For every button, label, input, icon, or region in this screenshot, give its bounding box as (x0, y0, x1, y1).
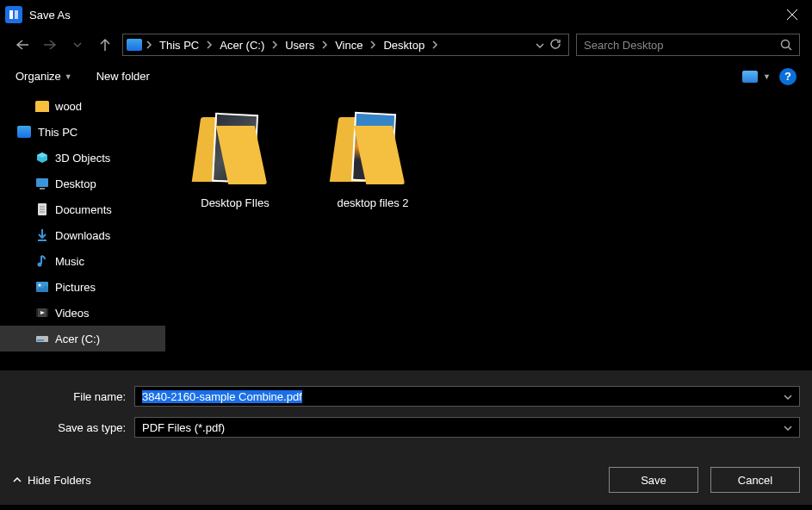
tree-item-pictures[interactable]: Pictures (0, 274, 165, 300)
breadcrumb-item[interactable]: Vince (330, 39, 368, 52)
chevron-down-icon: ▼ (65, 72, 72, 81)
folder-icon (196, 110, 274, 188)
close-button[interactable] (772, 0, 812, 29)
folder-icon (34, 99, 50, 113)
search-input[interactable] (584, 39, 780, 52)
folder-label: Desktop FIles (201, 196, 269, 209)
chevron-down-icon: ▼ (763, 72, 771, 81)
recent-dropdown[interactable] (67, 34, 88, 55)
svg-rect-8 (36, 178, 48, 187)
breadcrumb-item[interactable]: Desktop (378, 39, 430, 52)
tree-item-music[interactable]: Music (0, 248, 165, 274)
bottom-panel: File name: 3840-2160-sample Combine.pdf … (0, 370, 812, 453)
desktop-icon (34, 177, 50, 190)
hide-folders-button[interactable]: Hide Folders (12, 474, 91, 487)
type-value: PDF Files (*.pdf) (142, 421, 225, 434)
svg-rect-1 (15, 10, 18, 19)
svg-point-15 (38, 263, 42, 267)
svg-rect-9 (40, 188, 45, 190)
tree-item-downloads[interactable]: Downloads (0, 222, 165, 248)
history-dropdown[interactable] (536, 39, 544, 52)
chevron-down-icon[interactable] (784, 390, 792, 403)
main-area: wood This PC 3D Objects Desktop Document… (0, 93, 812, 370)
folder-label: desktop files 2 (337, 196, 408, 209)
svg-rect-23 (37, 339, 44, 341)
documents-icon (34, 202, 50, 216)
chevron-right-icon[interactable] (431, 39, 438, 52)
back-button[interactable] (12, 34, 33, 55)
tree-item-wood[interactable]: wood (0, 93, 165, 119)
tree-item-documents[interactable]: Documents (0, 196, 165, 222)
breadcrumb-item[interactable]: Acer (C:) (214, 39, 270, 52)
pc-icon (17, 125, 33, 139)
chevron-down-icon[interactable] (784, 421, 792, 434)
filename-value: 3840-2160-sample Combine.pdf (142, 390, 302, 403)
tree-item-acer-c[interactable]: Acer (C:) (0, 326, 165, 351)
folder-icon (334, 110, 412, 188)
app-icon (5, 6, 22, 23)
svg-rect-0 (9, 10, 13, 19)
downloads-icon (34, 228, 50, 242)
svg-line-5 (789, 47, 792, 51)
filename-field[interactable]: 3840-2160-sample Combine.pdf (134, 386, 800, 407)
svg-rect-19 (36, 308, 38, 317)
svg-point-17 (39, 284, 41, 287)
folder-item[interactable]: desktop files 2 (317, 110, 429, 209)
navigation-tree[interactable]: wood This PC 3D Objects Desktop Document… (0, 93, 165, 370)
view-button[interactable]: ▼ (742, 71, 771, 83)
tree-item-videos[interactable]: Videos (0, 300, 165, 326)
breadcrumb-item[interactable]: Users (280, 39, 319, 52)
chevron-right-icon[interactable] (271, 39, 278, 52)
title-bar: Save As (0, 0, 812, 29)
breadcrumb-item[interactable]: This PC (154, 39, 204, 52)
videos-icon (34, 306, 50, 320)
cancel-button[interactable]: Cancel (710, 467, 800, 493)
nav-row: This PC Acer (C:) Users Vince Desktop (0, 29, 812, 60)
chevron-right-icon[interactable] (369, 39, 376, 52)
tree-item-3d-objects[interactable]: 3D Objects (0, 145, 165, 171)
pc-icon (127, 39, 142, 51)
forward-button[interactable] (40, 34, 60, 55)
svg-rect-20 (46, 308, 48, 317)
tree-item-this-pc[interactable]: This PC (0, 119, 165, 145)
toolbar: Organize ▼ New folder ▼ ? (0, 60, 812, 93)
new-folder-button[interactable]: New folder (96, 70, 150, 83)
chevron-right-icon[interactable] (146, 39, 152, 52)
view-icon (742, 71, 758, 83)
refresh-button[interactable] (549, 38, 561, 53)
chevron-up-icon (12, 476, 22, 484)
svg-point-4 (782, 40, 790, 48)
type-field[interactable]: PDF Files (*.pdf) (134, 417, 800, 438)
up-button[interactable] (95, 34, 115, 55)
help-button[interactable]: ? (779, 68, 797, 85)
address-bar[interactable]: This PC Acer (C:) Users Vince Desktop (122, 34, 569, 56)
tree-item-desktop[interactable]: Desktop (0, 171, 165, 196)
search-box[interactable] (576, 34, 800, 56)
filename-label: File name: (12, 390, 134, 403)
type-label: Save as type: (12, 421, 134, 434)
3d-objects-icon (34, 151, 50, 165)
music-icon (34, 254, 50, 268)
chevron-right-icon[interactable] (206, 39, 213, 52)
drive-icon (34, 332, 50, 345)
search-icon (780, 39, 792, 51)
save-button[interactable]: Save (609, 467, 698, 493)
pictures-icon (34, 280, 50, 294)
footer: Hide Folders Save Cancel (0, 453, 812, 505)
organize-button[interactable]: Organize ▼ (15, 70, 72, 83)
chevron-right-icon[interactable] (321, 39, 328, 52)
window-title: Save As (29, 9, 71, 22)
folder-item[interactable]: Desktop FIles (179, 110, 291, 209)
folder-content[interactable]: Desktop FIles desktop files 2 (165, 93, 812, 370)
